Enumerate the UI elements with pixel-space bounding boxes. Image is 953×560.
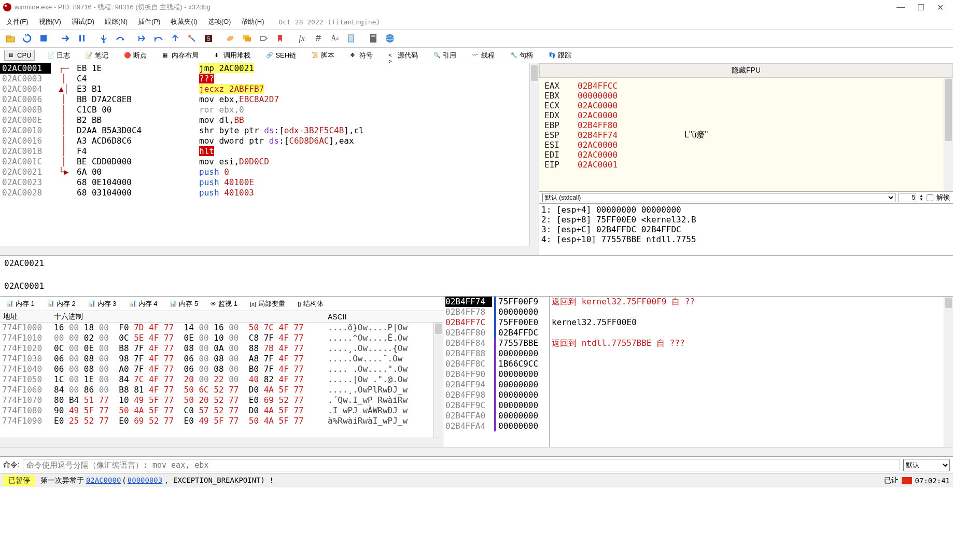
menu-item[interactable]: 文件(F) xyxy=(6,17,29,26)
bookmarks-icon[interactable] xyxy=(273,31,287,46)
dump-row[interactable]: 774F1090E0 25 52 77 E0 69 52 77 E0 49 5F… xyxy=(0,416,433,426)
disasm-row[interactable]: 02AC0016│A3 ACD6D8C6mov dword ptr ds:[C6… xyxy=(0,136,529,146)
functions-icon[interactable]: fx xyxy=(295,31,309,46)
dump-row[interactable]: 774F107080 B4 51 77 10 49 5F 77 50 20 52… xyxy=(0,395,433,405)
register-row[interactable]: ESP02B4FF74 xyxy=(544,130,938,140)
calculator-icon[interactable] xyxy=(366,31,381,46)
menu-item[interactable]: 帮助(H) xyxy=(241,17,264,26)
panel-tab-mem[interactable]: ▦内存布局 xyxy=(159,50,202,61)
menu-item[interactable]: 跟踪(N) xyxy=(105,17,128,26)
panel-tab-sym[interactable]: ❖符号 xyxy=(347,50,376,61)
open-icon[interactable] xyxy=(3,31,18,46)
disasm-row[interactable]: 02AC0004▲│E3 B1jecxz 2ABFFB7 xyxy=(0,84,529,94)
menu-item[interactable]: 收藏夹(I) xyxy=(171,17,197,26)
disasm-row[interactable]: 02AC0010│D2AA B5A3D0C4shr byte ptr ds:[e… xyxy=(0,125,529,136)
run-to-sel-icon[interactable] xyxy=(185,31,199,46)
regs-header-button[interactable]: 隐藏FPU xyxy=(539,63,953,78)
dump-row[interactable]: 774F106084 00 86 00 B8 81 4F 77 50 6C 52… xyxy=(0,385,433,395)
stack-list[interactable]: 02B4FF7475FF00F902B4FF780000000002B4FF7C… xyxy=(443,297,550,447)
regs-vscrollbar[interactable] xyxy=(944,78,953,191)
dump-header-ascii[interactable]: ASCII xyxy=(325,313,443,321)
arg-count-input[interactable] xyxy=(899,193,916,202)
labels-icon[interactable] xyxy=(256,31,271,46)
panel-tab-script[interactable]: 📜脚本 xyxy=(309,50,338,61)
stack-arg-row[interactable]: 3: [esp+C] 02B4FFDC 02B4FFDC xyxy=(541,225,951,234)
dump-row[interactable]: 774F104006 00 08 00 A0 7F 4F 77 06 00 08… xyxy=(0,364,433,374)
stack-comment-row[interactable] xyxy=(552,328,942,338)
callconv-select[interactable]: 默认 (stdcall) xyxy=(542,193,895,202)
stack-row[interactable]: 02B4FF7475FF00F9 xyxy=(443,297,549,307)
disasm-row[interactable]: 02AC001C│BE CDD0D000mov esi,D0D0CD xyxy=(0,157,529,167)
trace-over-icon[interactable] xyxy=(151,31,166,46)
panel-tab-bp[interactable]: 🔴断点 xyxy=(121,50,150,61)
registers-list[interactable]: EAX02B4FFCCEBX00000000ECX02AC0000EDX02AC… xyxy=(539,78,944,191)
stack-arg-row[interactable]: 2: [esp+8] 75FF00E0 <kernel32.B xyxy=(541,215,951,225)
disasm-row[interactable]: 02AC0003│C4??? xyxy=(0,74,529,84)
panel-tab-call[interactable]: ⬇调用堆栈 xyxy=(211,50,254,61)
panel-tab-src[interactable]: < >源代码 xyxy=(385,50,421,61)
register-row[interactable]: EDI02AC0000 xyxy=(544,150,938,160)
strings-icon[interactable]: AZ xyxy=(328,31,342,46)
panel-tab-cpu[interactable]: 🖥CPU xyxy=(4,50,35,61)
register-row[interactable]: EDX02AC0000 xyxy=(544,110,938,120)
disasm-row[interactable]: 02AC001B│F4hlt xyxy=(0,146,529,157)
status-link-addr[interactable]: 02AC0000 xyxy=(86,476,121,484)
stack-row[interactable]: 02B4FFA000000000 xyxy=(443,411,549,421)
dump-vscrollbar[interactable] xyxy=(433,323,443,438)
disasm-vscrollbar[interactable] xyxy=(529,63,539,246)
disasm-row[interactable]: 02AC0021└▶6A 00push 0 xyxy=(0,167,529,177)
disasm-row[interactable]: 02AC0006│BB D7A2C8EBmov ebx,EBC8A2D7 xyxy=(0,94,529,105)
dump-tab[interactable]: 📊内存 3 xyxy=(85,298,120,310)
command-input[interactable] xyxy=(23,459,900,471)
register-row[interactable]: ECX02AC0000 xyxy=(544,101,938,110)
stack-hscrollbar[interactable] xyxy=(0,447,953,456)
dump-tab[interactable]: {}结构体 xyxy=(295,298,327,310)
info-panel[interactable]: 02AC0021 02AC0001 xyxy=(0,255,953,297)
command-mode-select[interactable]: 默认 xyxy=(903,459,950,471)
stack-row[interactable]: 02B4FFA400000000 xyxy=(443,421,549,431)
trace-into-icon[interactable] xyxy=(135,31,149,46)
panel-tab-trc[interactable]: 👣跟踪 xyxy=(545,50,574,61)
flag-icon[interactable] xyxy=(902,477,912,484)
dump-tab[interactable]: 👁监视 1 xyxy=(207,298,241,310)
dump-header-hex[interactable]: 十六进制 xyxy=(51,312,325,321)
dump-row[interactable]: 774F10200C 00 0E 00 B8 7F 4F 77 08 00 0A… xyxy=(0,343,433,354)
disassembly-list[interactable]: 02AC0001┌─EB 1Ejmp 2AC002102AC0003│C4???… xyxy=(0,63,529,246)
panel-tab-ref[interactable]: 🔍引用 xyxy=(430,50,459,61)
stack-args-list[interactable]: 1: [esp+4] 00000000 000000002: [esp+8] 7… xyxy=(539,203,953,255)
stack-comment-list[interactable]: 返回到 kernel32.75FF00F9 自 ?? kernel32.75FF… xyxy=(550,297,944,447)
stack-row[interactable]: 02B4FF9C00000000 xyxy=(443,400,549,411)
stack-comment-row[interactable]: 返回到 kernel32.75FF00F9 自 ?? xyxy=(552,297,942,307)
stack-row[interactable]: 02B4FF7800000000 xyxy=(443,307,549,317)
stack-row[interactable]: 02B4FF9400000000 xyxy=(443,380,549,390)
dump-header-addr[interactable]: 地址 xyxy=(0,312,51,321)
disasm-hscrollbar[interactable] xyxy=(0,246,539,255)
stack-row[interactable]: 02B4FF8002B4FFDC xyxy=(443,328,549,338)
panel-tab-thr[interactable]: 〰线程 xyxy=(469,50,498,61)
disasm-row[interactable]: 02AC000E│B2 BBmov dl,BB xyxy=(0,115,529,125)
dump-tab[interactable]: 📊内存 4 xyxy=(126,298,161,310)
minimize-button[interactable]: — xyxy=(896,3,905,12)
menu-item[interactable]: 调试(D) xyxy=(72,17,94,26)
calls-icon[interactable] xyxy=(344,31,359,46)
panel-tab-notes[interactable]: 📝笔记 xyxy=(82,50,111,61)
menu-item[interactable]: 插件(P) xyxy=(138,17,160,26)
dump-row[interactable]: 774F101000 00 02 00 0C 5E 4F 77 0E 00 10… xyxy=(0,333,433,343)
stack-comment-row[interactable] xyxy=(552,307,942,317)
dump-row[interactable]: 774F103006 00 08 00 98 7F 4F 77 06 00 08… xyxy=(0,354,433,364)
stack-row[interactable]: 02B4FF8C1B66C9CC xyxy=(443,359,549,369)
register-row[interactable]: EBX00000000 xyxy=(544,91,938,101)
pause-icon[interactable] xyxy=(75,31,89,46)
stack-row[interactable]: 02B4FF8800000000 xyxy=(443,348,549,359)
stack-row[interactable]: 02B4FF8477557BBE xyxy=(443,338,549,348)
dump-tab[interactable]: 📊内存 2 xyxy=(44,298,79,310)
stack-arg-row[interactable]: 4: [esp+10] 77557BBE ntdll.7755 xyxy=(541,234,951,244)
status-link-code[interactable]: 80000003 xyxy=(128,476,162,484)
dump-row[interactable]: 774F10501C 00 1E 00 84 7C 4F 77 20 00 22… xyxy=(0,374,433,385)
maximize-button[interactable]: ☐ xyxy=(917,3,924,12)
register-row[interactable]: ESI02AC0000 xyxy=(544,140,938,150)
run-icon[interactable] xyxy=(58,31,73,46)
register-row[interactable]: EIP02AC0001 xyxy=(544,160,938,170)
spinner-icon[interactable]: ▲▼ xyxy=(919,194,923,201)
panel-tab-hnd[interactable]: 🔧句柄 xyxy=(507,50,536,61)
